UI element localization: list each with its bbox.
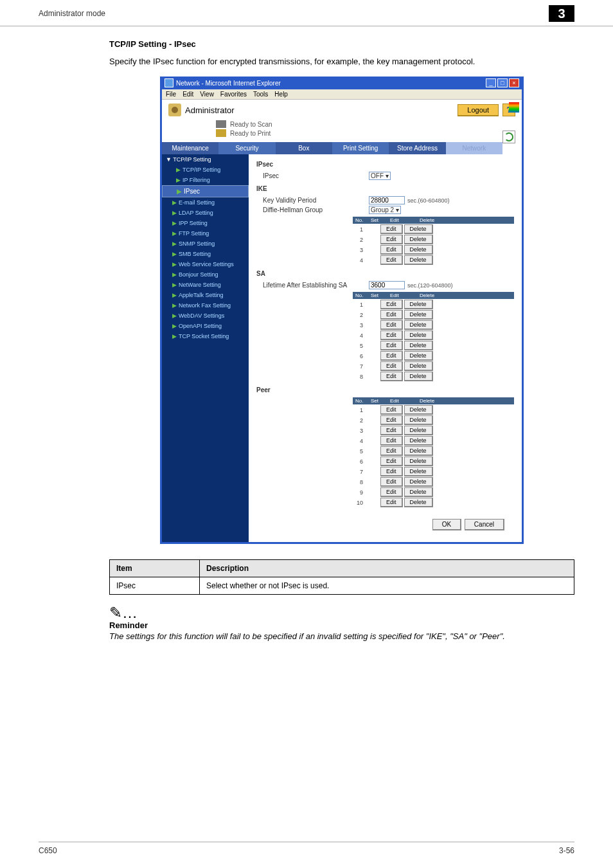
sidebar-item[interactable]: ▶TCP Socket Setting [162, 331, 249, 341]
edit-button[interactable]: Edit [380, 477, 403, 487]
delete-button[interactable]: Delete [404, 310, 433, 320]
window-close-button[interactable]: × [509, 78, 519, 87]
window-titlebar: Network - Microsoft Internet Explorer _ … [164, 78, 519, 88]
sidebar-item[interactable]: ▶LDAP Setting [162, 208, 249, 218]
edit-button[interactable]: Edit [380, 341, 403, 350]
delete-button[interactable]: Delete [404, 330, 433, 340]
ipsec-select[interactable]: OFF ▾ [369, 172, 391, 180]
tab-print-setting[interactable]: Print Setting [332, 142, 389, 154]
delete-button[interactable]: Delete [404, 415, 433, 425]
edit-button[interactable]: Edit [380, 330, 403, 340]
sidebar-item[interactable]: ▶SMB Setting [162, 249, 249, 259]
tab-maintenance[interactable]: Maintenance [162, 142, 218, 154]
tab-security[interactable]: Security [218, 142, 275, 154]
delete-button[interactable]: Delete [404, 351, 433, 361]
tab-store-address[interactable]: Store Address [389, 142, 445, 154]
status-scan: Ready to Scan [230, 121, 272, 128]
delete-button[interactable]: Delete [404, 320, 433, 330]
edit-button[interactable]: Edit [380, 361, 403, 371]
menu-help[interactable]: Help [274, 91, 288, 98]
sidebar-item[interactable]: ▶AppleTalk Setting [162, 290, 249, 300]
menu-favorites[interactable]: Favorites [220, 91, 247, 98]
edit-button[interactable]: Edit [380, 255, 403, 265]
edit-button[interactable]: Edit [380, 498, 403, 507]
edit-button[interactable]: Edit [380, 245, 403, 255]
peer-heading: Peer [256, 386, 514, 393]
sidebar-item[interactable]: ▶NetWare Setting [162, 280, 249, 290]
table-row: 3EditDelete [353, 320, 514, 330]
sidebar-item[interactable]: ▶WebDAV Settings [162, 311, 249, 321]
edit-button[interactable]: Edit [380, 415, 403, 425]
sidebar-item[interactable]: ▶IPsec [162, 185, 249, 197]
edit-button[interactable]: Edit [380, 446, 403, 456]
sidebar-item[interactable]: ▶IP Filtering [162, 175, 249, 185]
sidebar-item[interactable]: ▶Network Fax Setting [162, 300, 249, 311]
key-validity-label: Key Validity Period [256, 197, 369, 204]
window-minimize-button[interactable]: _ [486, 78, 496, 87]
delete-button[interactable]: Delete [404, 457, 433, 466]
edit-button[interactable]: Edit [380, 372, 403, 381]
sidebar-group-header[interactable]: ▼ TCP/IP Setting [162, 154, 249, 165]
running-header: Administrator mode [39, 9, 105, 18]
delete-button[interactable]: Delete [404, 498, 433, 507]
edit-button[interactable]: Edit [380, 426, 403, 435]
edit-button[interactable]: Edit [380, 405, 403, 415]
sa-lifetime-hint: sec.(120-604800) [407, 282, 453, 289]
sa-lifetime-input[interactable] [369, 281, 405, 289]
sidebar-item[interactable]: ▶FTP Setting [162, 228, 249, 239]
delete-button[interactable]: Delete [404, 436, 433, 446]
key-validity-input[interactable] [369, 196, 405, 204]
sidebar-item[interactable]: ▶OpenAPI Setting [162, 321, 249, 331]
tab-network[interactable]: Network [446, 142, 502, 154]
delete-button[interactable]: Delete [404, 405, 433, 415]
delete-button[interactable]: Delete [404, 224, 433, 234]
delete-button[interactable]: Delete [404, 487, 433, 497]
sidebar-item[interactable]: ▶SNMP Setting [162, 239, 249, 249]
menu-view[interactable]: View [200, 91, 214, 98]
delete-button[interactable]: Delete [404, 341, 433, 350]
edit-button[interactable]: Edit [380, 300, 403, 309]
edit-button[interactable]: Edit [380, 487, 403, 497]
table-row: 10EditDelete [353, 498, 514, 507]
edit-button[interactable]: Edit [380, 467, 403, 476]
cell-item: IPsec [110, 577, 200, 595]
delete-button[interactable]: Delete [404, 300, 433, 309]
dh-group-select[interactable]: Group 2 ▾ [369, 206, 401, 214]
delete-button[interactable]: Delete [404, 426, 433, 435]
delete-button[interactable]: Delete [404, 477, 433, 487]
edit-button[interactable]: Edit [380, 320, 403, 330]
peer-table: No.SetEditDelete1EditDelete2EditDelete3E… [353, 397, 514, 507]
delete-button[interactable]: Delete [404, 361, 433, 371]
delete-button[interactable]: Delete [404, 255, 433, 265]
delete-button[interactable]: Delete [404, 235, 433, 244]
ok-button[interactable]: OK [432, 519, 461, 530]
menu-edit[interactable]: Edit [182, 91, 193, 98]
edit-button[interactable]: Edit [380, 457, 403, 466]
table-row: 9EditDelete [353, 487, 514, 497]
menu-tools[interactable]: Tools [253, 91, 268, 98]
logout-button[interactable]: Logout [458, 104, 499, 116]
scanner-icon [216, 120, 226, 128]
edit-button[interactable]: Edit [380, 351, 403, 361]
refresh-button[interactable] [502, 131, 515, 143]
sidebar-item[interactable]: ▶E-mail Setting [162, 197, 249, 208]
sidebar: ▼ TCP/IP Setting ▶TCP/IP Setting▶IP Filt… [162, 154, 249, 542]
sidebar-item[interactable]: ▶IPP Setting [162, 218, 249, 228]
sidebar-item[interactable]: ▶TCP/IP Setting [162, 165, 249, 175]
cancel-button[interactable]: Cancel [465, 519, 504, 530]
edit-button[interactable]: Edit [380, 310, 403, 320]
ie-menu-bar: File Edit View Favorites Tools Help [162, 89, 522, 100]
reminder-body: The settings for this function will fail… [109, 631, 574, 641]
menu-file[interactable]: File [166, 91, 176, 98]
delete-button[interactable]: Delete [404, 245, 433, 255]
sidebar-item[interactable]: ▶Bonjour Setting [162, 269, 249, 280]
edit-button[interactable]: Edit [380, 436, 403, 446]
window-maximize-button[interactable]: □ [497, 78, 508, 87]
delete-button[interactable]: Delete [404, 372, 433, 381]
edit-button[interactable]: Edit [380, 235, 403, 244]
edit-button[interactable]: Edit [380, 224, 403, 234]
delete-button[interactable]: Delete [404, 446, 433, 456]
sidebar-item[interactable]: ▶Web Service Settings [162, 259, 249, 269]
tab-box[interactable]: Box [276, 142, 332, 154]
delete-button[interactable]: Delete [404, 467, 433, 476]
